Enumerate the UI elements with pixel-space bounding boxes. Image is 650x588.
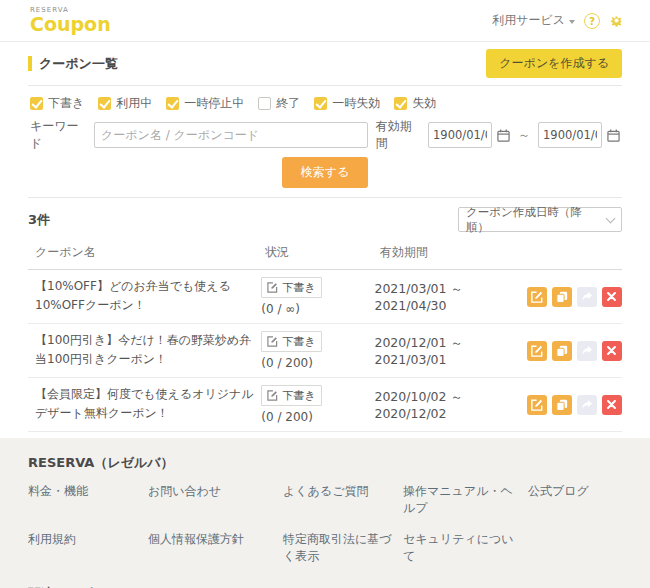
footer-heading: RESERVA（レゼルバ）: [28, 454, 622, 472]
row-actions: [527, 341, 622, 361]
row-actions: [527, 395, 622, 415]
share-button: [577, 287, 597, 307]
logo-coupon-text: Coupon: [30, 13, 111, 35]
row-actions: [527, 287, 622, 307]
coupon-status-cell: 下書き (0 / ∞): [261, 277, 374, 316]
keyword-label: キーワード: [30, 118, 86, 152]
coupon-period: 2021/03/01 ～ 2021/04/30: [374, 281, 527, 313]
coupon-period: 2020/12/01 ～ 2021/03/01: [374, 335, 527, 367]
table-row: 【会員限定】何度でも使えるオリジナルデザート無料クーポン！ 下書き (0 / 2…: [28, 378, 622, 432]
chevron-down-icon: [569, 20, 575, 24]
filter-checkbox-expired[interactable]: 失効: [394, 95, 436, 112]
coupon-status-cell: 下書き (0 / 200): [261, 385, 374, 424]
edit-button[interactable]: [527, 341, 547, 361]
period-to-input[interactable]: [538, 122, 602, 148]
column-header-period: 有効期間: [380, 244, 535, 261]
table-row: 【10%OFF】どのお弁当でも使える10%OFFクーポン！ 下書き (0 / ∞…: [28, 270, 622, 324]
list-head: 3件 クーポン作成日時（降順）: [28, 198, 622, 239]
related-services-heading: 関連サービス: [28, 585, 622, 588]
status-badge: 下書き: [261, 277, 321, 298]
topbar-actions: 利用サービス ?: [492, 12, 624, 29]
period-separator: ～: [518, 127, 530, 144]
checkbox-label: 利用中: [116, 95, 152, 112]
title-row: クーポン一覧 クーポンを作成する: [28, 42, 622, 86]
checkbox-label: 下書き: [48, 95, 84, 112]
checkbox-label: 一時失効: [332, 95, 380, 112]
edit-button[interactable]: [527, 395, 547, 415]
result-count: 3件: [28, 211, 50, 229]
search-row: 検索する: [28, 157, 622, 198]
title-accent-bar: [28, 56, 32, 71]
page-title-text: クーポン一覧: [39, 55, 118, 73]
checkbox-checked-icon[interactable]: [30, 97, 43, 110]
filter-checkbox-active[interactable]: 利用中: [98, 95, 152, 112]
draft-icon: [267, 282, 278, 293]
status-text: 下書き: [282, 388, 315, 403]
create-coupon-button[interactable]: クーポンを作成する: [486, 49, 622, 78]
copy-button[interactable]: [552, 341, 572, 361]
coupon-period: 2020/10/02 ～ 2020/12/02: [374, 389, 527, 421]
edit-button[interactable]: [527, 287, 547, 307]
filter-checkbox-draft[interactable]: 下書き: [30, 95, 84, 112]
footer-link-security[interactable]: セキュリティについて: [403, 531, 518, 566]
column-header-name: クーポン名: [28, 244, 265, 261]
usage-count: (0 / 200): [261, 356, 374, 370]
footer-link-contact[interactable]: お問い合わせ: [148, 483, 273, 518]
footer-links: 料金・機能 お問い合わせ よくあるご質問 操作マニュアル・ヘルプ 公式ブログ 利…: [28, 483, 622, 566]
gear-icon[interactable]: [609, 13, 624, 28]
coupon-name: 【10%OFF】どのお弁当でも使える10%OFFクーポン！: [28, 277, 261, 314]
copy-button[interactable]: [552, 287, 572, 307]
filter-checkbox-ended[interactable]: 終了: [258, 95, 300, 112]
copy-button[interactable]: [552, 395, 572, 415]
chevron-down-icon: [606, 213, 616, 223]
filter-checkbox-temp-expired[interactable]: 一時失効: [314, 95, 380, 112]
footer: RESERVA（レゼルバ） 料金・機能 お問い合わせ よくあるご質問 操作マニュ…: [0, 438, 650, 588]
table-header: クーポン名 状況 有効期間: [28, 239, 622, 270]
service-menu-label: 利用サービス: [492, 12, 565, 29]
status-filter-row: 下書き 利用中 一時停止中 終了 一時失効 失効: [28, 86, 622, 114]
column-header-status: 状況: [265, 244, 380, 261]
checkbox-checked-icon[interactable]: [394, 97, 407, 110]
checkbox-checked-icon[interactable]: [314, 97, 327, 110]
delete-button[interactable]: [602, 287, 622, 307]
coupon-name: 【会員限定】何度でも使えるオリジナルデザート無料クーポン！: [28, 385, 261, 422]
usage-count: (0 / ∞): [261, 302, 374, 316]
share-button: [577, 341, 597, 361]
filter-checkbox-paused[interactable]: 一時停止中: [166, 95, 244, 112]
calendar-icon[interactable]: [497, 129, 510, 142]
main-panel: クーポン一覧 クーポンを作成する 下書き 利用中 一時停止中 終了 一時失効 失…: [0, 42, 650, 438]
keyword-input[interactable]: [94, 122, 368, 148]
checkbox-unchecked-icon[interactable]: [258, 97, 271, 110]
sort-dropdown[interactable]: クーポン作成日時（降順）: [458, 207, 622, 232]
calendar-icon[interactable]: [607, 129, 620, 142]
search-button[interactable]: 検索する: [282, 157, 369, 188]
app-logo[interactable]: RESERVA Coupon: [30, 7, 111, 34]
footer-link-faq[interactable]: よくあるご質問: [283, 483, 393, 518]
footer-link-pricing[interactable]: 料金・機能: [28, 483, 138, 518]
footer-link-privacy[interactable]: 個人情報保護方針: [148, 531, 273, 566]
table-row: 【100円引き】今だけ！春の野菜炒め弁当100円引きクーポン！ 下書き (0 /…: [28, 324, 622, 378]
checkbox-label: 失効: [412, 95, 436, 112]
help-icon[interactable]: ?: [584, 13, 600, 29]
footer-link-commerce-law[interactable]: 特定商取引法に基づく表示: [283, 531, 393, 566]
period-label: 有効期間: [376, 118, 420, 152]
footer-link-blog[interactable]: 公式ブログ: [528, 483, 622, 518]
delete-button[interactable]: [602, 395, 622, 415]
footer-link-terms[interactable]: 利用規約: [28, 531, 138, 566]
coupon-name: 【100円引き】今だけ！春の野菜炒め弁当100円引きクーポン！: [28, 331, 261, 368]
column-header-actions: [535, 244, 622, 261]
draft-icon: [267, 390, 278, 401]
checkbox-checked-icon[interactable]: [166, 97, 179, 110]
draft-icon: [267, 336, 278, 347]
footer-link-manual[interactable]: 操作マニュアル・ヘルプ: [403, 483, 518, 518]
coupon-status-cell: 下書き (0 / 200): [261, 331, 374, 370]
checkbox-checked-icon[interactable]: [98, 97, 111, 110]
service-menu[interactable]: 利用サービス: [492, 12, 575, 29]
keyword-filter-row: キーワード 有効期間 ～: [28, 114, 622, 157]
delete-button[interactable]: [602, 341, 622, 361]
period-from-input[interactable]: [428, 122, 492, 148]
sort-selected-value: クーポン作成日時（降順）: [466, 205, 601, 235]
page-title: クーポン一覧: [28, 55, 118, 73]
status-badge: 下書き: [261, 331, 321, 352]
checkbox-label: 終了: [276, 95, 300, 112]
